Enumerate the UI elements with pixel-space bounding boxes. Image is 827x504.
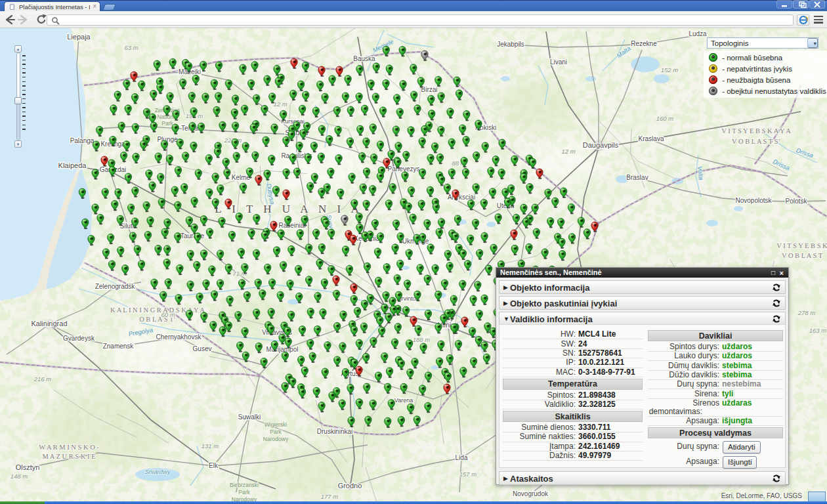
svg-text:Livani: Livani [550,58,567,66]
svg-text:Druskininkai: Druskininkai [317,428,352,435]
svg-text:Gvardeysk: Gvardeysk [63,335,95,342]
svg-text:Palanga: Palanga [70,137,95,144]
svg-text:Narodowy: Narodowy [263,436,289,442]
svg-text:Novogrudok: Novogrudok [513,490,549,497]
svg-text:Suwalki: Suwalki [238,413,261,421]
svg-text:131 m: 131 m [201,442,219,450]
svg-text:Park: Park [238,489,250,495]
svg-text:Gusev: Gusev [193,345,212,352]
svg-text:Birzai: Birzai [421,86,437,93]
svg-text:M A Z U R S K I E: M A Z U R S K I E [42,453,95,460]
svg-text:V O B L A S T: V O B L A S T [782,252,823,259]
svg-text:Novopolotsk: Novopolotsk [735,197,772,204]
svg-text:V I T S Y E B S K: V I T S Y E B S K [776,242,827,249]
svg-text:Daugavpils: Daugavpils [583,141,619,149]
svg-text:V O B L A S T Sʼ: V O B L A S T Sʼ [732,138,780,145]
svg-text:Kraslava: Kraslava [639,135,664,142]
svg-text:278 m: 278 m [797,309,815,316]
svg-text:Liepaja: Liepaja [67,33,91,41]
svg-text:Kursenai: Kursenai [281,118,305,125]
svg-text:Lida: Lida [456,454,468,461]
svg-text:157 m: 157 m [459,471,477,478]
svg-text:Grodno: Grodno [338,482,362,490]
svg-text:Znamensk: Znamensk [103,343,135,350]
svg-text:Olsztyn: Olsztyn [16,463,40,471]
svg-text:60 m: 60 m [161,311,175,318]
svg-text:Varena: Varena [394,397,413,404]
svg-text:Bauska: Bauska [353,55,375,62]
svg-text:Ludza: Ludza [689,30,707,37]
svg-text:Park: Park [161,120,173,127]
svg-text:216 m: 216 m [33,375,51,383]
svg-text:188 m: 188 m [413,336,430,343]
svg-text:148 m: 148 m [11,472,28,480]
svg-text:Kaliningrad: Kaliningrad [31,320,67,327]
svg-text:Chernyakhovsk: Chernyakhovsk [156,333,202,341]
svg-text:Wigierski: Wigierski [265,421,287,428]
svg-text:Park: Park [270,429,282,435]
svg-text:Jekabpils: Jekabpils [497,41,524,48]
svg-text:160 m: 160 m [656,115,673,122]
svg-text:63 m: 63 m [124,44,138,51]
svg-text:163 m: 163 m [809,327,826,334]
svg-text:12 m: 12 m [561,148,575,155]
svg-text:Zelenogradsk: Zelenogradsk [95,283,136,290]
svg-text:Polotsk: Polotsk [786,198,808,205]
svg-text:Panevezys: Panevezys [388,165,420,173]
svg-text:12 m: 12 m [273,100,287,108]
svg-text:Marijampol: Marijampol [266,346,299,353]
svg-text:Rezekne: Rezekne [631,40,657,47]
svg-text:Braslav: Braslav [626,174,648,181]
svg-text:Raseiniai: Raseiniai [278,222,305,229]
svg-text:152 m: 152 m [661,66,678,74]
svg-text:Klaipeda: Klaipeda [58,161,87,169]
svg-text:Sniardwy: Sniardwy [144,468,171,475]
svg-text:W A R M I N S K O -: W A R M I N S K O - [39,444,99,451]
svg-text:V I T S Y E B S K A Y A: V I T S Y E B S K A Y A [721,127,791,135]
svg-text:177 m: 177 m [321,493,338,500]
svg-text:Volta: Volta [696,166,705,180]
svg-text:Elk: Elk [209,462,219,469]
svg-text:Biebrzanski: Biebrzanski [230,482,259,488]
